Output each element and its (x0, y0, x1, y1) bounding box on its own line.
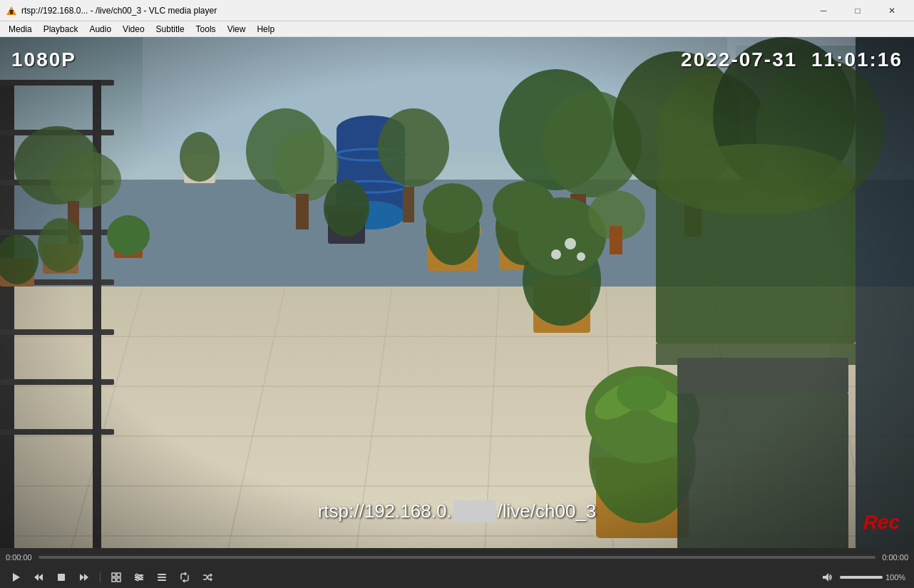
svg-rect-104 (112, 578, 115, 582)
loop-button[interactable] (175, 569, 195, 586)
titlebar: rtsp://192.168.0... - /live/ch00_3 - VLC… (0, 0, 914, 21)
minimize-button[interactable]: ─ (807, 0, 840, 21)
menubar: Media Playback Audio Video Subtitle Tool… (0, 21, 914, 37)
playlist-button[interactable] (152, 569, 172, 586)
separator-1 (100, 572, 101, 583)
url-redacted (453, 500, 496, 522)
video-area: 1080P 2022-07-31 11:01:16 rtsp://192.168… (0, 37, 914, 548)
url-suffix: /live/ch00_3 (498, 500, 597, 522)
svg-marker-97 (38, 574, 43, 581)
prev-icon (33, 572, 44, 583)
svg-rect-1 (10, 11, 13, 14)
svg-rect-2 (9, 10, 14, 11)
window-controls: ─ □ ✕ (807, 0, 908, 21)
svg-marker-100 (84, 574, 88, 581)
stop-icon (56, 572, 67, 583)
svg-rect-112 (158, 577, 166, 578)
loop-icon (179, 572, 190, 583)
svg-marker-96 (34, 574, 38, 581)
svg-marker-99 (80, 574, 84, 581)
progress-bar[interactable] (38, 556, 876, 559)
maximize-button[interactable]: □ (841, 0, 874, 21)
play-button[interactable] (6, 569, 26, 586)
svg-rect-101 (112, 573, 115, 577)
menu-video[interactable]: Video (117, 23, 150, 36)
volume-icon (821, 572, 833, 583)
next-button[interactable] (74, 569, 94, 586)
next-icon (78, 572, 90, 583)
volume-slider[interactable] (840, 576, 883, 579)
svg-point-108 (135, 574, 138, 577)
time-total: 0:00:00 (881, 553, 908, 562)
svg-rect-98 (58, 574, 65, 581)
svg-rect-113 (158, 579, 166, 581)
fullscreen-icon (111, 572, 122, 583)
svg-rect-111 (158, 574, 166, 575)
vlc-icon (6, 5, 17, 16)
url-prefix: rtsp://192.168.0. (318, 500, 452, 522)
playlist-icon (156, 572, 168, 583)
prev-button[interactable] (29, 569, 48, 586)
menu-media[interactable]: Media (3, 23, 38, 36)
svg-rect-94 (0, 37, 914, 548)
close-button[interactable]: ✕ (876, 0, 908, 21)
menu-audio[interactable]: Audio (83, 23, 117, 36)
cctv-scene (0, 37, 914, 548)
menu-subtitle[interactable]: Subtitle (150, 23, 190, 36)
svg-point-110 (136, 578, 139, 581)
svg-rect-102 (117, 578, 120, 582)
svg-marker-116 (823, 573, 828, 582)
menu-help[interactable]: Help (251, 23, 280, 36)
menu-tools[interactable]: Tools (190, 23, 222, 36)
time-text: 11:01:16 (811, 48, 903, 71)
rec-overlay: Rec (863, 511, 900, 534)
url-overlay: rtsp://192.168.0. /live/ch00_3 (318, 500, 597, 522)
resolution-overlay: 1080P (11, 48, 76, 71)
svg-rect-103 (117, 573, 120, 577)
menu-playback[interactable]: Playback (38, 23, 84, 36)
svg-marker-95 (13, 573, 20, 582)
svg-point-109 (139, 576, 142, 579)
stop-button[interactable] (51, 569, 71, 586)
volume-slider-fill (840, 576, 883, 579)
extended-button[interactable] (129, 569, 149, 586)
volume-button[interactable] (817, 569, 837, 586)
volume-label: 100% (885, 573, 908, 582)
progress-area: 0:00:00 0:00:00 (0, 548, 914, 567)
menu-view[interactable]: View (222, 23, 252, 36)
window-title: rtsp://192.168.0... - /live/ch00_3 - VLC… (21, 6, 807, 16)
random-icon (202, 572, 213, 583)
play-icon (10, 572, 21, 583)
fullscreen-button[interactable] (106, 569, 126, 586)
random-button[interactable] (197, 569, 217, 586)
controls-bar: 100% (0, 567, 914, 588)
time-current: 0:00:00 (6, 553, 33, 562)
datetime-overlay: 2022-07-31 11:01:16 (681, 48, 903, 71)
extended-icon (133, 572, 145, 583)
date-text: 2022-07-31 (681, 48, 797, 71)
